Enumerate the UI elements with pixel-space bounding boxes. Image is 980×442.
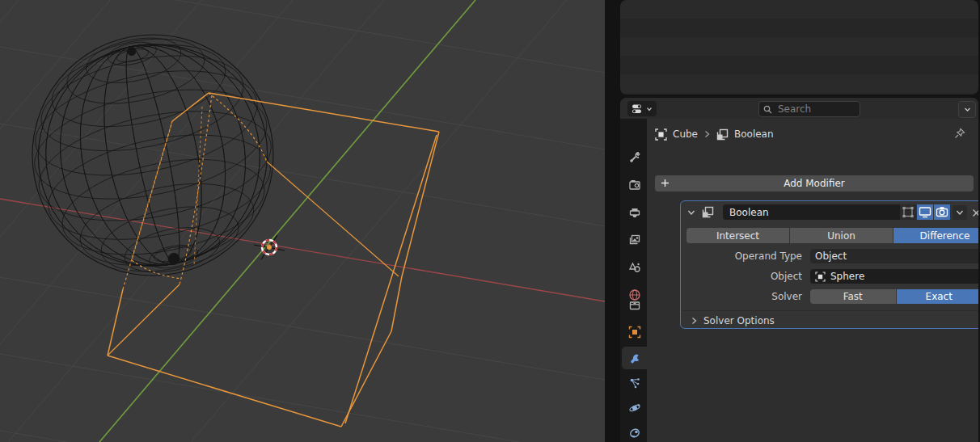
physics-icon [628,402,641,415]
operand-type-label: Operand Type [681,250,802,262]
modifier-icon [702,206,714,218]
properties-content: Cube Boolean Add Modifier [647,119,978,442]
y-axis-line [99,0,475,442]
search-box[interactable] [758,101,860,117]
modifier-extras-button[interactable] [953,205,967,220]
viewlayer-icon [628,234,641,246]
chevron-down-icon [956,208,964,217]
solver-segmented-control: Fast Exact [810,289,978,304]
header-menu-button[interactable] [958,101,976,118]
search-input[interactable] [776,103,844,116]
operation-difference-button[interactable]: Difference [893,228,978,243]
object-picker-field[interactable]: Sphere [810,269,978,284]
tab-tool[interactable] [622,145,647,168]
operand-type-dropdown[interactable]: Object [810,249,978,263]
tab-constraints[interactable] [622,422,647,442]
delete-modifier-button[interactable] [969,205,978,220]
tab-particles[interactable] [622,372,647,394]
properties-editor-icon [632,103,644,115]
modifier-icon [716,128,729,141]
plus-icon [661,179,670,187]
breadcrumb-object[interactable]: Cube [673,128,698,140]
tab-object[interactable] [622,321,647,343]
close-icon [972,208,979,217]
operand-type-row: Operand Type Object [681,249,978,263]
tab-output[interactable] [622,201,647,224]
camera-icon [934,204,950,220]
solver-options-label: Solver Options [703,315,775,326]
properties-editor: Cube Boolean Add Modifier [620,98,978,442]
subpanel-divider [682,310,978,311]
search-icon [763,105,772,114]
solver-fast-button[interactable]: Fast [810,289,896,304]
edit-mode-display-toggle[interactable] [900,204,916,220]
object-value: Sphere [830,271,973,282]
chevron-right-icon [691,317,698,325]
breadcrumb-modifier[interactable]: Boolean [734,128,774,140]
boolean-modifier-panel: Boolean [680,200,978,329]
operation-segmented-control: Intersect Union Difference [686,228,978,243]
clear-object-icon[interactable] [978,272,978,281]
outliner-panel[interactable] [620,0,978,95]
tab-scene[interactable] [622,256,647,279]
output-icon [628,206,641,219]
tab-render[interactable] [622,174,647,196]
edit-mode-icon [900,204,916,220]
constraints-icon [628,427,641,440]
solver-label: Solver [681,291,802,302]
tab-physics[interactable] [622,397,647,419]
properties-header [620,98,978,119]
render-icon [628,179,641,192]
render-display-toggle[interactable] [934,204,950,220]
object-icon [628,326,641,339]
tab-viewlayer[interactable] [622,229,647,251]
viewport-grid [0,0,605,442]
object-label: Object [681,271,802,282]
solver-options-subpanel-header[interactable]: Solver Options [691,314,775,327]
solver-exact-button[interactable]: Exact [897,289,979,304]
chevron-down-icon [964,106,971,113]
operand-type-value: Object [815,250,847,262]
add-modifier-button[interactable]: Add Modifier [655,175,974,192]
collection-icon [628,299,641,312]
monitor-icon [917,204,933,220]
scene-icon [628,261,641,274]
object-origin-dot [267,245,272,250]
tab-modifiers-wrench[interactable] [622,347,647,369]
pin-icon[interactable] [954,128,965,139]
solver-row: Solver Fast Exact [681,289,978,304]
operation-union-button[interactable]: Union [790,228,893,243]
properties-tab-strip [620,119,647,442]
modifier-panel-header: Boolean [681,204,978,221]
viewport-display-toggle[interactable] [917,204,933,220]
chevron-right-icon [703,130,711,138]
tab-collection[interactable] [622,294,647,317]
particles-icon [628,377,641,389]
editor-type-button[interactable] [627,101,657,116]
cube-wireframe-selected[interactable] [108,93,439,427]
tool-icon [628,150,641,163]
breadcrumb: Cube Boolean [655,127,774,141]
object-icon [815,272,826,282]
object-icon [655,128,667,141]
modifiers-wrench-icon [628,351,641,364]
modifier-name-field[interactable]: Boolean [723,204,904,220]
add-modifier-label: Add Modifier [784,178,845,189]
object-row: Object Sphere [681,269,978,284]
3d-viewport[interactable] [0,0,605,442]
operation-intersect-button[interactable]: Intersect [686,228,789,243]
expand-chevron-icon[interactable] [685,205,698,220]
chevron-down-icon [646,106,653,112]
